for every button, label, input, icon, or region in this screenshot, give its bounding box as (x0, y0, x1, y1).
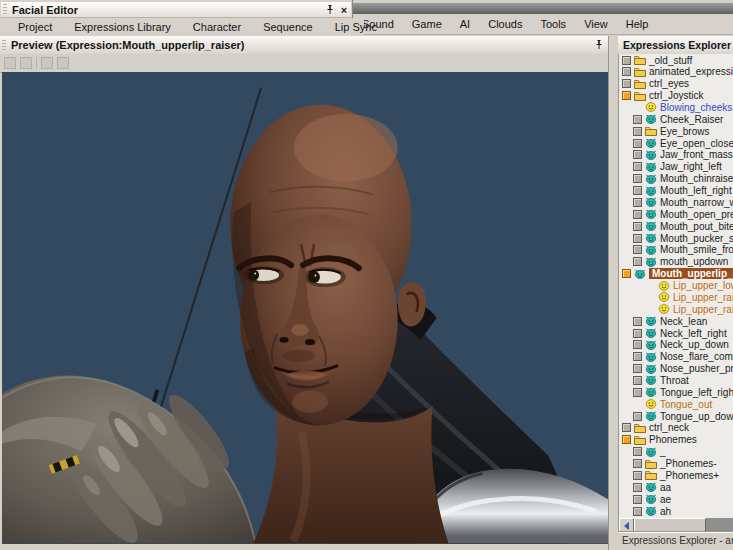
folder-icon (634, 423, 646, 433)
tree-item[interactable]: Mouth_narrow_wide (619, 196, 733, 208)
preview-viewport[interactable] (2, 72, 608, 544)
tree-checkbox[interactable] (633, 412, 642, 421)
tree-checkbox[interactable] (622, 56, 631, 65)
tree-checkbox[interactable] (633, 257, 642, 266)
preview-panel-header[interactable]: Preview (Expression:Mouth_upperlip_raise… (0, 36, 612, 55)
facial-editor-titlebar[interactable]: Facial Editor × (1, 2, 351, 18)
horizontal-scrollbar[interactable] (618, 518, 733, 531)
tree-checkbox[interactable] (633, 471, 642, 480)
tree-item[interactable]: animated_expressions (619, 66, 733, 78)
tree-checkbox[interactable] (633, 162, 642, 171)
menu-help[interactable]: Help (622, 17, 653, 31)
tree-checkbox[interactable] (633, 174, 642, 183)
panel-grip[interactable] (2, 40, 6, 51)
tree-item[interactable]: Lip_upper_raiser_l (619, 291, 733, 303)
tree-checkbox[interactable] (633, 507, 642, 516)
tree-checkbox[interactable] (633, 198, 642, 207)
tree-checkbox[interactable] (633, 222, 642, 231)
tree-item[interactable]: Neck_lean (619, 315, 733, 327)
tree-checkbox[interactable] (633, 150, 642, 159)
tree-item[interactable]: Tongue_up_down (619, 410, 733, 422)
tree-checkbox[interactable] (622, 269, 631, 278)
tree-item[interactable]: Nose_pusher_press (619, 363, 733, 375)
tree-item[interactable]: mouth_updown (619, 256, 733, 268)
menu-project[interactable]: Project (14, 20, 56, 34)
tree-item[interactable]: Lip_upper_raiser_r (619, 303, 733, 315)
preview-toolbar-icon-2[interactable] (20, 57, 32, 69)
tree-item[interactable]: Tongue_out (619, 398, 733, 410)
explorer-panel-header[interactable]: Expressions Explorer - animated_expressi… (618, 36, 733, 55)
tree-checkbox[interactable] (633, 447, 642, 456)
tree-checkbox[interactable] (633, 234, 642, 243)
tree-checkbox[interactable] (633, 352, 642, 361)
tree-item[interactable]: Neck_left_right (619, 327, 733, 339)
tree-item[interactable]: Eye_open_close (619, 137, 733, 149)
menu-character[interactable]: Character (189, 20, 245, 34)
preview-toolbar-icon-4[interactable] (57, 57, 69, 69)
tree-item[interactable]: ctrl_eyes (619, 78, 733, 90)
tree-item[interactable]: ctrl_Joystick (619, 90, 733, 102)
tree-checkbox[interactable] (633, 340, 642, 349)
tree-item[interactable]: Mouth_pucker_stretch (619, 232, 733, 244)
menu-expressions-library[interactable]: Expressions Library (70, 20, 175, 34)
tree-checkbox[interactable] (622, 91, 631, 100)
tree-item[interactable]: Blowing_cheeks (619, 101, 733, 113)
tree-checkbox[interactable] (633, 388, 642, 397)
tree-checkbox[interactable] (633, 329, 642, 338)
tree-item[interactable]: Lip_upper_lower (619, 280, 733, 292)
close-icon[interactable]: × (337, 4, 351, 16)
tree-item[interactable]: ah (619, 505, 733, 517)
menu-tools[interactable]: Tools (536, 17, 570, 31)
menu-game[interactable]: Game (408, 17, 446, 31)
pin-icon[interactable] (592, 39, 606, 51)
tree-item[interactable]: Jaw_front_masseter (619, 149, 733, 161)
tree-checkbox[interactable] (622, 435, 631, 444)
preview-toolbar-icon-1[interactable] (4, 57, 16, 69)
tree-item[interactable]: _old_stuff (619, 54, 733, 66)
tree-item[interactable]: Phonemes (619, 434, 733, 446)
facial-editor-app: Sound Game AI Clouds Tools View Help Fac… (0, 0, 733, 550)
tree-checkbox[interactable] (633, 495, 642, 504)
menu-ai[interactable]: AI (456, 17, 474, 31)
tree-checkbox[interactable] (622, 67, 631, 76)
menu-clouds[interactable]: Clouds (484, 17, 526, 31)
tree-checkbox[interactable] (633, 139, 642, 148)
tree-checkbox[interactable] (622, 79, 631, 88)
tree-checkbox[interactable] (633, 483, 642, 492)
tree-item[interactable]: ctrl_neck (619, 422, 733, 434)
tree-item[interactable]: Mouth_chinraiser (619, 173, 733, 185)
tree-item[interactable]: ae (619, 493, 733, 505)
tree-checkbox[interactable] (633, 376, 642, 385)
tree-item[interactable]: _ (619, 446, 733, 458)
tree-item[interactable]: Eye_brows (619, 125, 733, 137)
tree-item[interactable]: Mouth_left_right (619, 185, 733, 197)
tree-checkbox[interactable] (633, 115, 642, 124)
tree-item[interactable]: Nose_flare_compress (619, 351, 733, 363)
tree-item[interactable]: Mouth_pout_bite (619, 220, 733, 232)
tree-checkbox[interactable] (622, 423, 631, 432)
menu-lip-sync[interactable]: Lip Sync (331, 20, 381, 34)
tree-item[interactable]: Tongue_left_right (619, 386, 733, 398)
tree-item[interactable]: Cheek_Raiser (619, 113, 733, 125)
menu-view[interactable]: View (580, 17, 612, 31)
tree-item[interactable]: Mouth_smile_frown (619, 244, 733, 256)
tree-checkbox[interactable] (633, 210, 642, 219)
window-grip[interactable] (3, 4, 7, 15)
pin-icon[interactable] (323, 4, 337, 16)
menu-sequence[interactable]: Sequence (259, 20, 317, 34)
tree-checkbox[interactable] (633, 317, 642, 326)
tree-checkbox[interactable] (633, 245, 642, 254)
tree-item[interactable]: aa (619, 481, 733, 493)
preview-toolbar-icon-3[interactable] (41, 57, 53, 69)
tree-item[interactable]: Throat (619, 374, 733, 386)
tree-item[interactable]: Mouth_upperlip_raiser (619, 268, 733, 280)
tree-item[interactable]: _Phonemes+ (619, 469, 733, 481)
tree-item[interactable]: _Phonemes- (619, 458, 733, 470)
tree-item[interactable]: Neck_up_down (619, 339, 733, 351)
tree-checkbox[interactable] (633, 186, 642, 195)
tree-checkbox[interactable] (633, 364, 642, 373)
tree-item[interactable]: Jaw_right_left (619, 161, 733, 173)
tree-checkbox[interactable] (633, 127, 642, 136)
tree-checkbox[interactable] (633, 459, 642, 468)
tree-item[interactable]: Mouth_open_press (619, 208, 733, 220)
